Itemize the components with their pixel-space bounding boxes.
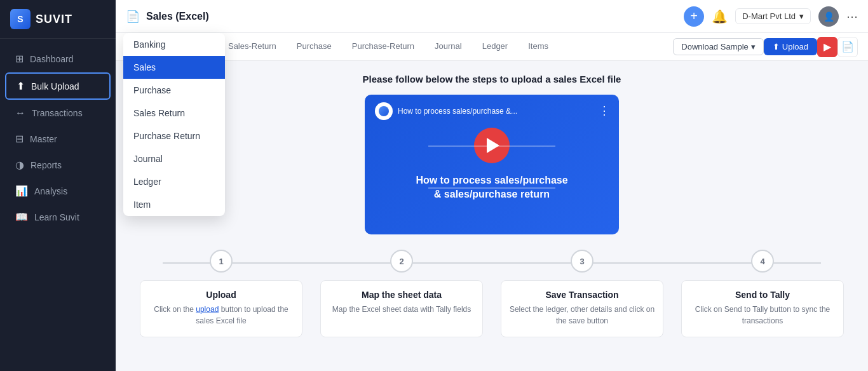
avatar[interactable]: 👤: [818, 6, 839, 27]
tab-sales-return[interactable]: Sales-Return: [218, 35, 287, 58]
youtube-button[interactable]: ▶: [817, 37, 837, 57]
sidebar-item-label: Transactions: [32, 108, 83, 118]
sidebar-item-bulk-upload[interactable]: ⬆ Bulk Upload: [5, 72, 111, 100]
download-sample-label: Download Sample: [681, 42, 749, 51]
deco-line-bottom: [428, 187, 555, 189]
content: Please follow below the steps to upload …: [116, 61, 868, 371]
step-1-title: Upload: [148, 290, 294, 300]
youtube-icon: ▶: [824, 41, 831, 53]
master-icon: ⊟: [15, 133, 24, 145]
sidebar-item-label: Dashboard: [30, 54, 74, 64]
grid-menu-icon[interactable]: ⋯: [846, 10, 858, 24]
upload-label: Upload: [782, 42, 808, 51]
video-thumbnail[interactable]: How to process sales/purchase &... ⋮ How…: [365, 95, 619, 234]
reports-icon: ◑: [15, 159, 24, 171]
sidebar-item-label: Analysis: [34, 186, 67, 196]
sidebar-item-learn-suvit[interactable]: 📖 Learn Suvit: [5, 205, 111, 229]
chevron-down-icon: ▾: [751, 42, 756, 51]
main-area: 📄 Sales (Excel) + 🔔 D-Mart Pvt Ltd ▾ 👤 ⋯…: [116, 0, 868, 371]
sidebar: S SUVIT ⊞ Dashboard ⬆ Bulk Upload ↔ Tran…: [0, 0, 116, 371]
page-icon: 📄: [126, 10, 140, 24]
dropdown-item-sales[interactable]: Sales: [123, 56, 225, 79]
analysis-icon: 📊: [15, 185, 28, 197]
upload-button[interactable]: ⬆ Upload: [764, 38, 817, 55]
company-selector[interactable]: D-Mart Pvt Ltd ▾: [735, 8, 811, 24]
sidebar-item-transactions[interactable]: ↔ Transactions: [5, 101, 111, 125]
bulk-upload-dropdown: Banking Sales Purchase Sales Return Purc…: [123, 33, 225, 216]
topbar: 📄 Sales (Excel) + 🔔 D-Mart Pvt Ltd ▾ 👤 ⋯: [116, 0, 868, 33]
step-1-circle: 1: [210, 250, 233, 273]
steps-connector-line: [163, 262, 821, 264]
step-2-desc: Map the Excel sheet data with Tally fiel…: [329, 304, 475, 315]
logo-text: SUVIT: [36, 13, 72, 26]
sidebar-item-label: Reports: [31, 160, 62, 170]
sidebar-item-dashboard[interactable]: ⊞ Dashboard: [5, 46, 111, 71]
video-logo: [375, 102, 393, 120]
tab-purchase-return[interactable]: Purchase-Return: [342, 35, 424, 58]
sidebar-item-label: Learn Suvit: [34, 212, 79, 222]
document-button[interactable]: 📄: [837, 37, 858, 57]
step-1-desc-prefix: Click on the: [154, 305, 196, 314]
add-button[interactable]: +: [684, 6, 704, 27]
step-4-card: Send to Tally Click on Send to Tally but…: [681, 280, 844, 337]
step-1-card: Upload Click on the upload button to upl…: [140, 280, 302, 337]
dropdown-item-item[interactable]: Item: [123, 193, 225, 216]
dropdown-item-ledger[interactable]: Ledger: [123, 170, 225, 193]
tab-items[interactable]: Items: [518, 35, 559, 58]
step-1-upload-link[interactable]: upload: [196, 305, 219, 314]
dropdown-item-purchase[interactable]: Purchase: [123, 79, 225, 102]
document-icon: 📄: [841, 41, 854, 53]
topbar-actions: + 🔔 D-Mart Pvt Ltd ▾ 👤 ⋯: [684, 6, 858, 27]
learn-icon: 📖: [15, 211, 28, 223]
step-2-card: Map the sheet data Map the Excel sheet d…: [320, 280, 483, 337]
page-title: Sales (Excel): [146, 11, 677, 22]
upload-icon: ⬆: [773, 42, 780, 51]
video-logo-inner: [379, 106, 389, 116]
dropdown-item-sales-return[interactable]: Sales Return: [123, 102, 225, 125]
sidebar-item-analysis[interactable]: 📊 Analysis: [5, 179, 111, 203]
step-1-desc: Click on the upload button to upload the…: [148, 304, 294, 327]
step-4-circle: 4: [751, 250, 774, 273]
steps-row: 1 Upload Click on the upload button to u…: [131, 250, 853, 337]
bulk-upload-icon: ⬆: [17, 80, 25, 92]
step-3-desc: Select the ledger, other details and cli…: [509, 304, 655, 327]
dropdown-item-journal[interactable]: Journal: [123, 147, 225, 170]
sidebar-nav: ⊞ Dashboard ⬆ Bulk Upload ↔ Transactions…: [0, 39, 116, 237]
tab-purchase[interactable]: Purchase: [287, 35, 342, 58]
step-2-title: Map the sheet data: [329, 290, 475, 300]
sidebar-item-reports[interactable]: ◑ Reports: [5, 152, 111, 177]
video-title: How to process sales/purchase &...: [398, 107, 517, 116]
step-4-title: Send to Tally: [689, 290, 836, 300]
video-options-icon: ⋮: [599, 104, 610, 118]
dropdown-item-banking[interactable]: Banking: [123, 33, 225, 56]
dropdown-item-purchase-return[interactable]: Purchase Return: [123, 125, 225, 147]
sidebar-item-label: Master: [30, 134, 57, 144]
tabbar: Banking Sales Sales-Return Purchase Purc…: [116, 33, 868, 61]
step-3-card: Save Transaction Select the ledger, othe…: [501, 280, 663, 337]
sidebar-logo: S SUVIT: [0, 0, 116, 39]
notification-bell-icon[interactable]: 🔔: [712, 9, 728, 24]
download-sample-button[interactable]: Download Sample ▾: [673, 38, 764, 55]
content-title: Please follow below the steps to upload …: [131, 74, 853, 84]
dashboard-icon: ⊞: [15, 53, 24, 65]
video-header: How to process sales/purchase &...: [375, 102, 517, 120]
step-2-circle: 2: [390, 250, 413, 273]
step-4-desc: Click on Send to Tally button to sync th…: [689, 304, 836, 327]
sidebar-item-master[interactable]: ⊟ Master: [5, 126, 111, 151]
deco-line-top: [428, 145, 555, 147]
company-name: D-Mart Pvt Ltd: [742, 11, 796, 21]
step-3-circle: 3: [571, 250, 593, 273]
step-3-title: Save Transaction: [509, 290, 655, 300]
transactions-icon: ↔: [15, 107, 25, 119]
tab-ledger[interactable]: Ledger: [472, 35, 518, 58]
sidebar-item-label: Bulk Upload: [31, 81, 79, 91]
chevron-down-icon: ▾: [799, 11, 804, 21]
suvit-logo-icon: S: [10, 9, 31, 29]
tab-journal[interactable]: Journal: [424, 35, 472, 58]
